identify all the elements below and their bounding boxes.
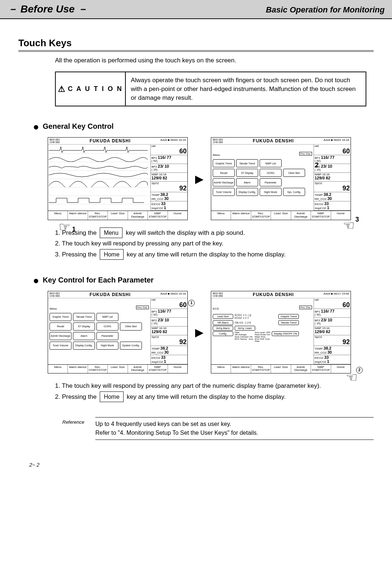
rec-key[interactable]: Rec. START/STOP xyxy=(88,211,108,220)
home-key[interactable]: Home xyxy=(168,211,187,220)
lead-size-key[interactable]: Lead· Size xyxy=(108,365,128,373)
spo2-value[interactable]: 92 xyxy=(315,185,350,192)
menu-tone-volume[interactable]: Tone/ Volume xyxy=(50,342,72,350)
admit-discharge-key[interactable]: Admit/ Discharge xyxy=(128,211,148,220)
menu-graphic-trend[interactable]: Graphic Trend xyxy=(213,159,235,167)
bp1-value[interactable]: 116/ 77 xyxy=(158,155,171,160)
admit-discharge-key[interactable]: Admit/ Discharge xyxy=(128,365,148,373)
side-graphic-trend[interactable]: Graphic Trend xyxy=(278,314,299,319)
menu-key[interactable]: Menu xyxy=(48,365,68,373)
lead-size-key[interactable]: Lead· Size xyxy=(271,365,291,373)
menu-recall[interactable]: Recall xyxy=(213,169,235,177)
menu-ocrg[interactable]: OCRG xyxy=(260,169,282,177)
inspco2-label: InspCO2 xyxy=(151,360,163,364)
monitor-mode: Adult xyxy=(323,138,330,142)
prev-disp-button[interactable]: Prev. Disp. xyxy=(136,306,149,309)
menu-graphic-trend[interactable]: Graphic Trend xyxy=(50,313,72,321)
prev-disp-button[interactable]: Prev. Disp. xyxy=(299,306,312,309)
bp1-value[interactable]: 116/ 77 xyxy=(321,155,334,160)
menu-parameter[interactable]: Parameter xyxy=(96,332,118,340)
rec-key[interactable]: Rec. START/STOP xyxy=(251,211,271,220)
bullet-icon: ● xyxy=(33,121,39,132)
rec-key[interactable]: Rec. START/STOP xyxy=(251,365,271,373)
nibp-key[interactable]: NIBP START/STOP xyxy=(311,211,331,220)
spo2-value[interactable]: 92 xyxy=(151,185,187,192)
menu-night-mode[interactable]: Night Mode xyxy=(260,188,282,196)
spo2-value[interactable]: 92 xyxy=(315,339,350,345)
ecg-hr-alarm[interactable]: HR Alarm xyxy=(213,320,233,325)
ecg-config[interactable]: Config. xyxy=(213,331,233,336)
rr-value[interactable]: 30 xyxy=(164,196,169,201)
inspco2-value[interactable]: 1 xyxy=(164,359,166,364)
alarm-silence-key[interactable]: Alarm silence xyxy=(68,365,88,373)
hr-value[interactable]: 60 xyxy=(151,302,187,308)
menu-night-mode[interactable]: Night Mode xyxy=(96,342,118,350)
inspco2-value[interactable]: 1 xyxy=(327,359,329,364)
menu-recall[interactable]: Recall xyxy=(50,322,72,331)
nibp-key[interactable]: NIBP START/STOP xyxy=(311,365,331,373)
inspco2-value[interactable]: 1 xyxy=(327,205,329,210)
nibp-key[interactable]: NIBP START/STOP xyxy=(148,211,168,220)
bp2-value[interactable]: 23/ 10 xyxy=(158,164,169,168)
menu-st-display[interactable]: ST Display xyxy=(236,169,258,177)
menu-key[interactable]: Menu xyxy=(211,365,231,373)
hr-value[interactable]: 60 xyxy=(315,148,350,154)
menu-display-config[interactable]: Display Config. xyxy=(236,188,258,196)
menu-st-display[interactable]: ST Display xyxy=(73,322,95,331)
menu-other-bed[interactable]: Other Bed xyxy=(120,322,142,331)
menu-tabular-trend[interactable]: Tabular Trend xyxy=(73,313,95,321)
menu-admit-discharge[interactable]: Admit/ Discharge xyxy=(50,332,72,340)
inspco2-value[interactable]: 1 xyxy=(164,205,166,210)
menu-tone-volume[interactable]: Tone/ Volume xyxy=(213,188,235,196)
menu-admit-discharge[interactable]: Admit/ Discharge xyxy=(213,178,235,186)
menu-alarm[interactable]: Alarm xyxy=(236,178,258,186)
rec-key[interactable]: Rec. START/STOP xyxy=(88,365,108,373)
hr-value[interactable]: 60 xyxy=(151,148,187,154)
bp2-value[interactable]: 23/ 10 xyxy=(158,318,169,322)
ecg-arrhy-alarm[interactable]: Arrhy.Alarm xyxy=(213,326,233,331)
bp2-value[interactable]: 23/ 10 xyxy=(321,318,332,322)
alarm-silence-key[interactable]: Alarm silence xyxy=(68,211,88,220)
bp1-mean: ( 92) xyxy=(315,313,320,316)
hr-value[interactable]: 60 xyxy=(315,302,350,308)
nibp-value[interactable]: 129/0 82 xyxy=(315,329,330,334)
nibp-value[interactable]: 129/0 82 xyxy=(315,176,330,180)
nibp-value[interactable]: 129/0 82 xyxy=(151,329,167,334)
menu-parameter[interactable]: Parameter xyxy=(260,178,282,186)
ecg-arrhy-learn[interactable]: Arrhy. Learn xyxy=(235,326,255,331)
menu-ocrg[interactable]: OCRG xyxy=(96,322,118,331)
menu-key[interactable]: Menu xyxy=(48,211,68,220)
menu-alarm[interactable]: Alarm xyxy=(73,332,95,340)
nibp-value[interactable]: 129/0 82 xyxy=(151,176,167,180)
menu-system-config[interactable]: Sys. Config. xyxy=(283,188,305,196)
bed-id: BED-001 xyxy=(213,138,223,141)
menu-nibp-list[interactable]: NIBP List xyxy=(96,313,118,321)
rr-value[interactable]: 30 xyxy=(164,350,169,354)
bp2-value[interactable]: 23/ 10 xyxy=(321,164,332,168)
header-left: － Before Use － xyxy=(7,2,88,16)
lead-size-key[interactable]: Lead· Size xyxy=(271,211,291,220)
ecg-lead-size[interactable]: Lead.Size xyxy=(213,314,233,319)
alarm-silence-key[interactable]: Alarm silence xyxy=(231,365,251,373)
menu-display-config[interactable]: Display Config. xyxy=(73,342,95,350)
side-tabular-trend[interactable]: Tabular Trend xyxy=(278,320,299,325)
bp1-value[interactable]: 116/ 77 xyxy=(321,309,334,313)
admit-discharge-key[interactable]: Admit/ Discharge xyxy=(291,211,311,220)
menu-key[interactable]: Menu xyxy=(211,211,231,220)
rr-value[interactable]: 30 xyxy=(327,350,332,354)
menu-nibp-list[interactable]: NIBP List xyxy=(260,159,282,167)
lead-size-key[interactable]: Lead· Size xyxy=(108,211,128,220)
rr-value[interactable]: 30 xyxy=(327,196,332,201)
prev-disp-button[interactable]: Prev. Disp. xyxy=(299,152,312,156)
bp1-value[interactable]: 116/ 77 xyxy=(158,309,171,313)
alarm-silence-key[interactable]: Alarm silence xyxy=(231,211,251,220)
nibp-key[interactable]: NIBP START/STOP xyxy=(148,365,168,373)
home-key[interactable]: Home xyxy=(168,365,187,373)
menu-other-bed[interactable]: Other Bed xyxy=(283,169,305,177)
admit-discharge-key[interactable]: Admit/ Discharge xyxy=(291,365,311,373)
menu-tabular-trend[interactable]: Tabular Trend xyxy=(236,159,258,167)
ch-id: CH8 008 xyxy=(50,141,60,143)
spo2-value[interactable]: 92 xyxy=(151,339,187,345)
side-display-onoff[interactable]: Display ON/OFF ON xyxy=(272,331,299,336)
menu-system-config[interactable]: System Config. xyxy=(120,342,142,350)
